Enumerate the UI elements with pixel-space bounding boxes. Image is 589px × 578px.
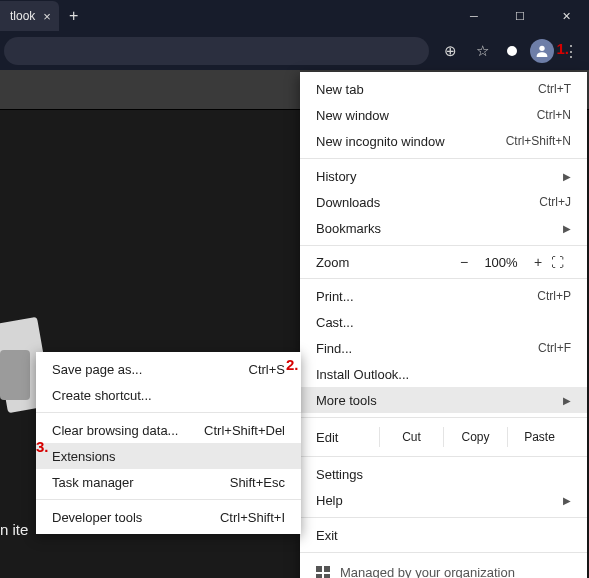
new-tab-button[interactable]: + bbox=[69, 7, 78, 25]
menu-label: Create shortcut... bbox=[52, 388, 152, 403]
browser-toolbar: ⊕ ☆ ⋮ bbox=[0, 32, 589, 70]
partial-content-text: n ite bbox=[0, 521, 28, 538]
submenu-arrow-icon: ▶ bbox=[563, 223, 571, 234]
window-titlebar: tlook × + ─ ☐ ✕ bbox=[0, 0, 589, 32]
menu-item-new-incognito[interactable]: New incognito window Ctrl+Shift+N bbox=[300, 128, 587, 154]
menu-shortcut: Ctrl+P bbox=[537, 289, 571, 303]
cut-button[interactable]: Cut bbox=[379, 427, 443, 447]
extension-indicator-icon[interactable] bbox=[507, 46, 517, 56]
minimize-button[interactable]: ─ bbox=[451, 0, 497, 32]
menu-label: Zoom bbox=[316, 255, 451, 270]
extensions-icon[interactable]: ⊕ bbox=[435, 36, 465, 66]
menu-shortcut: Ctrl+J bbox=[539, 195, 571, 209]
close-window-button[interactable]: ✕ bbox=[543, 0, 589, 32]
menu-item-more-tools[interactable]: More tools ▶ bbox=[300, 387, 587, 413]
menu-separator bbox=[300, 456, 587, 457]
svg-point-0 bbox=[539, 46, 544, 51]
menu-shortcut: Ctrl+Shift+I bbox=[220, 510, 285, 525]
menu-item-exit[interactable]: Exit bbox=[300, 522, 587, 548]
fullscreen-icon[interactable]: ⛶ bbox=[551, 255, 571, 270]
submenu-arrow-icon: ▶ bbox=[563, 495, 571, 506]
submenu-item-clear-browsing-data[interactable]: Clear browsing data... Ctrl+Shift+Del bbox=[36, 417, 301, 443]
menu-label: Help bbox=[316, 493, 563, 508]
menu-label: New tab bbox=[316, 82, 538, 97]
menu-label: New window bbox=[316, 108, 537, 123]
menu-label: Exit bbox=[316, 528, 571, 543]
menu-separator bbox=[300, 158, 587, 159]
zoom-out-button[interactable]: − bbox=[451, 254, 477, 270]
menu-separator bbox=[300, 245, 587, 246]
submenu-item-create-shortcut[interactable]: Create shortcut... bbox=[36, 382, 301, 408]
more-tools-submenu: Save page as... Ctrl+S Create shortcut..… bbox=[36, 352, 301, 534]
submenu-item-extensions[interactable]: Extensions bbox=[36, 443, 301, 469]
menu-separator bbox=[36, 499, 301, 500]
menu-label: Developer tools bbox=[52, 510, 142, 525]
zoom-in-button[interactable]: + bbox=[525, 254, 551, 270]
menu-item-new-window[interactable]: New window Ctrl+N bbox=[300, 102, 587, 128]
menu-item-bookmarks[interactable]: Bookmarks ▶ bbox=[300, 215, 587, 241]
menu-shortcut: Ctrl+F bbox=[538, 341, 571, 355]
menu-shortcut: Ctrl+S bbox=[249, 362, 285, 377]
submenu-item-developer-tools[interactable]: Developer tools Ctrl+Shift+I bbox=[36, 504, 301, 530]
menu-item-zoom: Zoom − 100% + ⛶ bbox=[300, 250, 587, 274]
profile-button[interactable] bbox=[527, 36, 557, 66]
profile-avatar-icon bbox=[530, 39, 554, 63]
tab-title: tlook bbox=[10, 9, 35, 23]
menu-label: Install Outlook... bbox=[316, 367, 571, 382]
menu-shortcut: Ctrl+Shift+Del bbox=[204, 423, 285, 438]
menu-label: Save page as... bbox=[52, 362, 142, 377]
menu-item-find[interactable]: Find... Ctrl+F bbox=[300, 335, 587, 361]
menu-item-new-tab[interactable]: New tab Ctrl+T bbox=[300, 76, 587, 102]
menu-label: Find... bbox=[316, 341, 538, 356]
menu-label: Settings bbox=[316, 467, 571, 482]
menu-label: Extensions bbox=[52, 449, 116, 464]
submenu-arrow-icon: ▶ bbox=[563, 395, 571, 406]
menu-label: Print... bbox=[316, 289, 537, 304]
submenu-arrow-icon: ▶ bbox=[563, 171, 571, 182]
menu-separator bbox=[300, 517, 587, 518]
menu-item-downloads[interactable]: Downloads Ctrl+J bbox=[300, 189, 587, 215]
submenu-item-save-page[interactable]: Save page as... Ctrl+S bbox=[36, 356, 301, 382]
menu-label: Managed by your organization bbox=[340, 565, 515, 578]
bookmark-star-icon[interactable]: ☆ bbox=[467, 36, 497, 66]
menu-label: Cast... bbox=[316, 315, 571, 330]
menu-item-help[interactable]: Help ▶ bbox=[300, 487, 587, 513]
menu-item-settings[interactable]: Settings bbox=[300, 461, 587, 487]
menu-item-history[interactable]: History ▶ bbox=[300, 163, 587, 189]
menu-label: Clear browsing data... bbox=[52, 423, 178, 438]
menu-label: Downloads bbox=[316, 195, 539, 210]
menu-label: History bbox=[316, 169, 563, 184]
menu-item-cast[interactable]: Cast... bbox=[300, 309, 587, 335]
paste-button[interactable]: Paste bbox=[507, 427, 571, 447]
menu-label: Bookmarks bbox=[316, 221, 563, 236]
menu-shortcut: Ctrl+N bbox=[537, 108, 571, 122]
menu-label: Task manager bbox=[52, 475, 134, 490]
close-tab-icon[interactable]: × bbox=[43, 9, 51, 24]
zoom-value: 100% bbox=[477, 255, 525, 270]
menu-shortcut: Ctrl+Shift+N bbox=[506, 134, 571, 148]
submenu-item-task-manager[interactable]: Task manager Shift+Esc bbox=[36, 469, 301, 495]
menu-separator bbox=[300, 417, 587, 418]
menu-item-install-app[interactable]: Install Outlook... bbox=[300, 361, 587, 387]
menu-item-managed[interactable]: Managed by your organization bbox=[300, 557, 587, 578]
menu-shortcut: Shift+Esc bbox=[230, 475, 285, 490]
tab-strip: tlook × + bbox=[0, 0, 78, 32]
illustration-folder-icon bbox=[0, 350, 30, 400]
annotation-1: 1. bbox=[556, 40, 569, 57]
menu-label: Edit bbox=[316, 430, 379, 445]
maximize-button[interactable]: ☐ bbox=[497, 0, 543, 32]
organization-icon bbox=[316, 566, 330, 579]
menu-separator bbox=[36, 412, 301, 413]
address-bar[interactable] bbox=[4, 37, 429, 65]
browser-tab[interactable]: tlook × bbox=[0, 1, 59, 31]
annotation-2: 2. bbox=[286, 356, 299, 373]
menu-item-edit: Edit Cut Copy Paste bbox=[300, 422, 587, 452]
menu-separator bbox=[300, 278, 587, 279]
menu-separator bbox=[300, 552, 587, 553]
menu-item-print[interactable]: Print... Ctrl+P bbox=[300, 283, 587, 309]
chrome-menu: New tab Ctrl+T New window Ctrl+N New inc… bbox=[300, 72, 587, 578]
menu-shortcut: Ctrl+T bbox=[538, 82, 571, 96]
menu-label: More tools bbox=[316, 393, 563, 408]
annotation-3: 3. bbox=[36, 438, 49, 455]
copy-button[interactable]: Copy bbox=[443, 427, 507, 447]
